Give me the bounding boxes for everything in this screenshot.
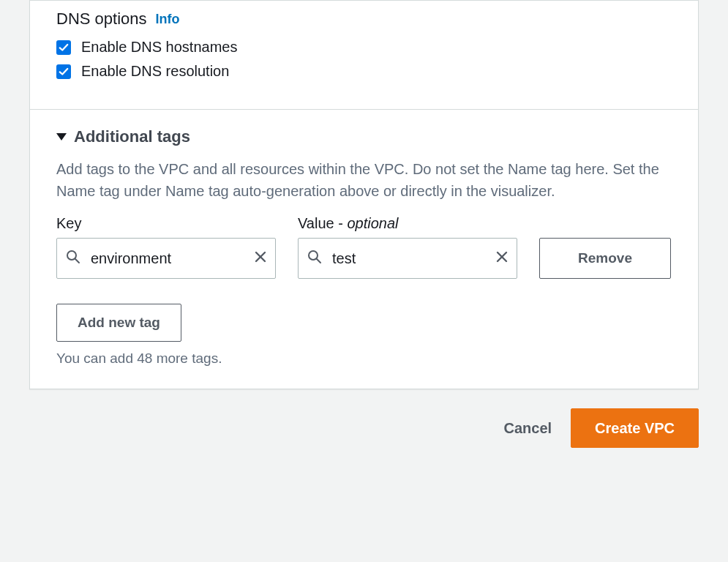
tag-value-label-optional: optional: [347, 215, 398, 231]
tags-description: Add tags to the VPC and all resources wi…: [56, 158, 672, 202]
tags-remaining-hint: You can add 48 more tags.: [56, 351, 672, 367]
tag-remove-col: Remove: [539, 238, 671, 279]
additional-tags-title: Additional tags: [74, 127, 190, 146]
add-tag-button[interactable]: Add new tag: [56, 304, 181, 342]
svg-point-4: [309, 251, 318, 260]
tag-key-col: Key: [56, 215, 276, 279]
chevron-down-icon: [56, 133, 67, 140]
tag-value-input-wrap[interactable]: [298, 238, 517, 279]
tag-key-label: Key: [56, 215, 276, 232]
tag-value-label: Value - optional: [298, 215, 517, 232]
tag-key-input[interactable]: [89, 250, 244, 268]
dns-hostnames-checkbox[interactable]: [56, 40, 71, 55]
clear-icon[interactable]: [495, 250, 509, 267]
search-icon: [66, 250, 80, 267]
tag-key-input-wrap[interactable]: [56, 238, 276, 279]
form-footer: Cancel Create VPC: [0, 389, 728, 470]
info-link[interactable]: Info: [156, 12, 180, 27]
clear-icon[interactable]: [253, 250, 268, 267]
tag-value-label-prefix: Value -: [298, 215, 347, 231]
svg-line-1: [75, 259, 79, 263]
dns-resolution-row: Enable DNS resolution: [56, 63, 672, 80]
dns-resolution-label: Enable DNS resolution: [81, 63, 229, 80]
search-icon: [307, 250, 322, 267]
svg-point-0: [67, 251, 76, 260]
remove-tag-button[interactable]: Remove: [539, 238, 671, 279]
tag-value-input[interactable]: [331, 250, 486, 268]
cancel-button[interactable]: Cancel: [503, 420, 552, 437]
check-icon: [59, 42, 69, 53]
dns-hostnames-label: Enable DNS hostnames: [81, 39, 237, 56]
tag-value-col: Value - optional: [298, 215, 517, 279]
create-vpc-button[interactable]: Create VPC: [571, 408, 699, 448]
form-panel: DNS options Info Enable DNS hostnames En…: [29, 0, 699, 389]
dns-hostnames-row: Enable DNS hostnames: [56, 39, 672, 56]
check-icon: [59, 67, 69, 77]
additional-tags-toggle[interactable]: Additional tags: [56, 127, 672, 146]
dns-title-row: DNS options Info: [56, 10, 672, 29]
dns-resolution-checkbox[interactable]: [56, 64, 71, 79]
dns-options-section: DNS options Info Enable DNS hostnames En…: [30, 1, 698, 110]
additional-tags-section: Additional tags Add tags to the VPC and …: [30, 110, 698, 389]
tag-row: Key Value - optional: [56, 215, 672, 279]
dns-title: DNS options: [56, 10, 147, 29]
svg-line-5: [317, 259, 320, 263]
